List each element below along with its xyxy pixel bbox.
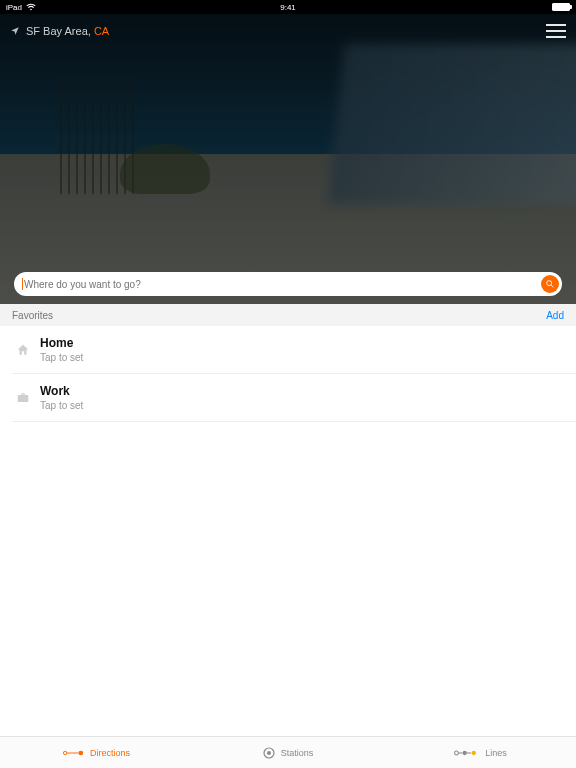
location-arrow-icon: [10, 26, 20, 36]
directions-icon: [62, 749, 84, 757]
favorite-subtitle: Tap to set: [40, 400, 83, 411]
status-bar: iPad 9:41: [0, 0, 576, 14]
search-bar[interactable]: [14, 272, 562, 296]
search-button[interactable]: [541, 275, 559, 293]
nav-stations[interactable]: Stations: [192, 737, 384, 768]
add-favorite-button[interactable]: Add: [546, 310, 564, 321]
text-cursor: [22, 278, 23, 290]
favorite-title: Home: [40, 336, 83, 350]
menu-button[interactable]: [546, 24, 566, 38]
svg-point-4: [78, 750, 83, 755]
stations-icon: [263, 747, 275, 759]
nav-lines[interactable]: Lines: [384, 737, 576, 768]
battery-icon: [552, 3, 570, 11]
hero-image: SF Bay Area, CA: [0, 14, 576, 304]
search-icon: [545, 279, 555, 289]
device-label: iPad: [6, 3, 22, 12]
favorite-row-home[interactable]: Home Tap to set: [12, 326, 576, 374]
favorite-row-work[interactable]: Work Tap to set: [12, 374, 576, 422]
wifi-icon: [26, 3, 36, 11]
location-selector[interactable]: SF Bay Area, CA: [10, 25, 109, 37]
favorite-title: Work: [40, 384, 83, 398]
svg-line-1: [551, 285, 553, 287]
nav-label: Stations: [281, 748, 314, 758]
favorites-header: Favorites Add: [0, 304, 576, 326]
briefcase-icon: [14, 391, 32, 405]
top-bar: SF Bay Area, CA: [0, 18, 576, 44]
lines-icon: [453, 748, 479, 758]
favorites-heading: Favorites: [12, 310, 53, 321]
favorite-subtitle: Tap to set: [40, 352, 83, 363]
svg-point-6: [267, 751, 271, 755]
search-input[interactable]: [24, 279, 541, 290]
home-icon: [14, 343, 32, 357]
location-region: CA: [94, 25, 109, 37]
clock: 9:41: [280, 3, 296, 12]
svg-point-0: [547, 281, 552, 286]
nav-label: Directions: [90, 748, 130, 758]
svg-point-7: [455, 751, 459, 755]
svg-point-9: [463, 750, 467, 754]
svg-point-2: [63, 751, 66, 754]
nav-label: Lines: [485, 748, 507, 758]
location-prefix: SF Bay Area,: [26, 25, 94, 37]
nav-directions[interactable]: Directions: [0, 737, 192, 768]
bottom-nav: Directions Stations Lines: [0, 736, 576, 768]
svg-point-11: [472, 750, 476, 754]
